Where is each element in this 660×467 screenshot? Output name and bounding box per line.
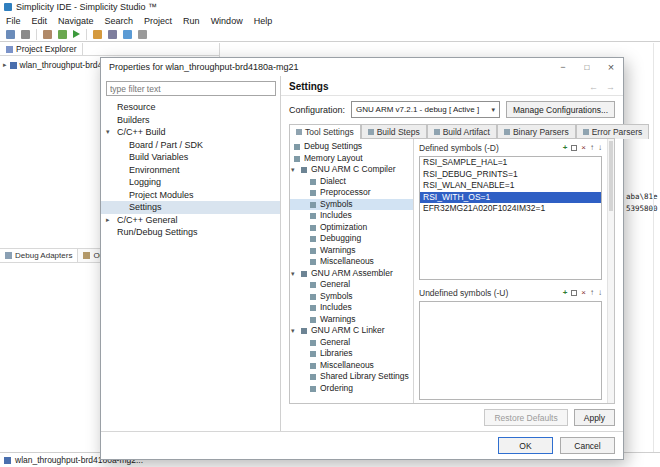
tool-tree-miscellaneous[interactable]: Miscellaneous [290,256,413,268]
console-icon[interactable] [108,30,117,39]
configuration-select[interactable]: GNU ARM v7.2.1 - debug [ Active ] [351,101,500,118]
scrollbar[interactable] [607,139,614,403]
menu-help[interactable]: Help [254,16,273,26]
tab-build-artifact[interactable]: Build Artifact [427,124,497,139]
minimize-icon[interactable] [551,58,575,76]
edit-symbol-icon[interactable] [571,145,577,151]
nav-item-environment[interactable]: Environment [101,164,280,177]
tool-tree-memory-layout[interactable]: Memory Layout [290,153,413,165]
symbols-options: Defined symbols (-D) RSI_SAMPLE_HAL=1 [414,139,607,403]
tool-tree-ordering[interactable]: Ordering [290,383,413,395]
tool-tree-preprocessor[interactable]: Preprocessor [290,187,413,199]
tool-tree-linker-general[interactable]: General [290,337,413,349]
tool-tree-dialect[interactable]: Dialect [290,176,413,188]
nav-item-cpp-general[interactable]: C/C++ General [101,214,280,227]
tool-tree-debug-settings[interactable]: Debug Settings [290,141,413,153]
tool-icon [310,190,316,196]
nav-item-build-variables[interactable]: Build Variables [101,151,280,164]
tab-binary-parsers[interactable]: Binary Parsers [497,124,576,139]
tool-tree-optimization[interactable]: Optimization [290,222,413,234]
expander-icon[interactable] [106,126,110,139]
flash-programmer-icon[interactable] [93,30,102,39]
tool-tree-gnu-arm-assembler[interactable]: GNU ARM Assembler [290,268,413,280]
menu-navigate[interactable]: Navigate [58,16,94,26]
menu-edit[interactable]: Edit [32,16,48,26]
new-icon[interactable] [6,30,15,39]
tool-tree-gnu-arm-c-compiler[interactable]: GNU ARM C Compiler [290,164,413,176]
move-down-icon[interactable] [598,144,602,152]
tool-tree-assembler-includes[interactable]: Includes [290,302,413,314]
run-icon[interactable] [73,30,80,38]
menu-project[interactable]: Project [144,16,172,26]
button-label: Cancel [574,441,600,451]
expander-icon[interactable] [291,164,295,176]
tool-tree-debugging[interactable]: Debugging [290,233,413,245]
edit-symbol-icon[interactable] [571,290,577,296]
tab-build-steps[interactable]: Build Steps [361,124,427,139]
perspective-icon[interactable] [138,30,147,39]
debug-icon[interactable] [58,30,67,39]
move-up-icon[interactable] [590,144,594,152]
apply-button[interactable]: Apply [574,409,615,426]
tab-error-parsers[interactable]: Error Parsers [576,124,650,139]
tool-icon [310,236,316,242]
nav-item-settings[interactable]: Settings [101,201,280,214]
editor-area-edge [653,43,654,452]
tab-project-explorer[interactable]: Project Explorer [0,43,83,55]
restore-defaults-button[interactable]: Restore Defaults [484,409,567,426]
back-arrow-icon[interactable] [589,81,598,92]
cancel-button[interactable]: Cancel [560,437,615,454]
delete-symbol-icon[interactable] [581,144,586,152]
tool-tree-gnu-arm-c-linker[interactable]: GNU ARM C Linker [290,325,413,337]
forward-arrow-icon[interactable] [606,81,615,92]
menu-window[interactable]: Window [211,16,243,26]
tool-tree-assembler-general[interactable]: General [290,279,413,291]
nav-item-resource[interactable]: Resource [101,101,280,114]
filter-input[interactable] [106,81,276,96]
tool-tree-linker-libraries[interactable]: Libraries [290,348,413,360]
symbol-item[interactable]: RSI_DEBUG_PRINTS=1 [420,169,601,181]
scrollbar-thumb[interactable] [609,141,613,211]
expander-icon[interactable] [291,325,295,337]
tool-tree-symbols[interactable]: Symbols [290,199,413,211]
expander-icon[interactable] [3,61,7,69]
save-icon[interactable] [21,30,30,39]
menu-search[interactable]: Search [105,16,134,26]
build-icon[interactable] [43,30,52,39]
delete-symbol-icon[interactable] [581,289,586,297]
add-symbol-icon[interactable] [563,289,568,297]
tool-tree-includes[interactable]: Includes [290,210,413,222]
menu-file[interactable]: File [6,16,21,26]
nav-item-cpp-build[interactable]: C/C++ Build [101,126,280,139]
move-up-icon[interactable] [590,289,594,297]
add-symbol-icon[interactable] [563,144,568,152]
dialog-titlebar[interactable]: Properties for wlan_throughput-brd4180a-… [101,58,623,76]
symbol-item[interactable]: RSI_SAMPLE_HAL=1 [420,157,601,169]
nav-item-logging[interactable]: Logging [101,176,280,189]
tab-tool-settings[interactable]: Tool Settings [289,124,361,139]
symbol-item[interactable]: RSI_WLAN_ENABLE=1 [420,180,601,192]
menu-run[interactable]: Run [183,16,200,26]
tool-tree-assembler-warnings[interactable]: Warnings [290,314,413,326]
search-icon[interactable] [123,30,132,39]
expander-icon[interactable] [106,214,110,227]
symbol-item-selected[interactable]: RSI_WITH_OS=1 [420,192,601,204]
manage-configurations-button[interactable]: Manage Configurations... [506,101,615,118]
expander-icon[interactable] [291,268,295,280]
nav-item-board-part-sdk[interactable]: Board / Part / SDK [101,139,280,152]
tool-tree-linker-miscellaneous[interactable]: Miscellaneous [290,360,413,372]
symbol-item[interactable]: EFR32MG21A020F1024IM32=1 [420,203,601,215]
undefined-symbols-list[interactable] [419,301,602,400]
ok-button[interactable]: OK [498,437,553,454]
tool-tree-assembler-symbols[interactable]: Symbols [290,291,413,303]
outline-icon [83,252,90,259]
nav-item-run-debug-settings[interactable]: Run/Debug Settings [101,226,280,239]
tool-tree-warnings[interactable]: Warnings [290,245,413,257]
nav-item-builders[interactable]: Builders [101,114,280,127]
maximize-icon[interactable] [575,58,599,76]
nav-item-project-modules[interactable]: Project Modules [101,189,280,202]
tool-tree-shared-library-settings[interactable]: Shared Library Settings [290,371,413,383]
close-icon[interactable] [599,58,623,76]
move-down-icon[interactable] [598,289,602,297]
tab-debug-adapters[interactable]: Debug Adapters [0,249,78,262]
